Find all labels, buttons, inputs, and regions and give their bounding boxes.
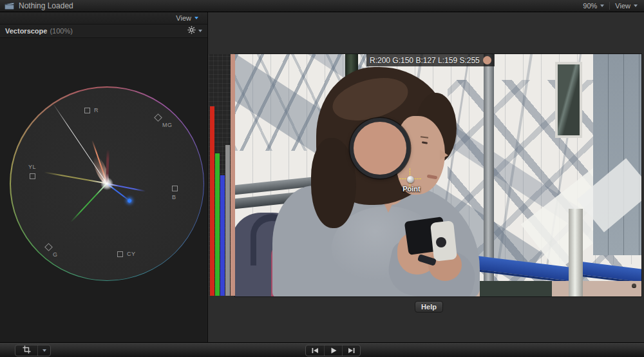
zoom-value: 90% [583, 2, 597, 10]
sample-values: R:200 G:150 B:127 L:159 S:255 [370, 56, 480, 65]
photo-wall-fixture [632, 284, 636, 288]
transport-controls [305, 345, 361, 356]
vectorscope-display [10, 86, 204, 281]
crop-tool-group [15, 345, 51, 356]
view-dropdown[interactable]: View [610, 0, 643, 12]
photo-downpipe [569, 209, 583, 296]
sample-info-bar: R:200 G:150 B:127 L:159 S:255 [366, 54, 495, 66]
previous-frame-icon [311, 346, 319, 356]
chevron-down-icon [194, 17, 198, 19]
scope-view-label: View [176, 14, 191, 22]
title-bar: Nothing Loaded 90% View [0, 0, 644, 12]
scope-view-row: View [0, 12, 207, 24]
next-frame-icon [348, 346, 355, 356]
color-loupe[interactable] [350, 118, 410, 179]
gear-icon [187, 25, 196, 37]
photo-window [555, 62, 582, 138]
clapperboard-icon [5, 2, 14, 10]
play-icon [330, 346, 337, 356]
view-label: View [615, 2, 630, 10]
scope-zoom-level: (100%) [50, 27, 72, 35]
scope-title: Vectorscope [5, 27, 47, 35]
scope-settings-button[interactable] [187, 25, 202, 37]
crosshair-arm [399, 179, 406, 179]
crosshair-arm [414, 179, 421, 179]
zoom-dropdown[interactable]: 90% [578, 0, 609, 12]
crop-tool-dropdown[interactable] [37, 345, 50, 356]
scope-view-dropdown[interactable]: View [171, 12, 204, 24]
scope-header: Vectorscope (100%) [0, 24, 207, 38]
bottom-toolbar [0, 342, 644, 357]
chevron-down-icon [634, 5, 638, 7]
next-frame-button[interactable] [342, 345, 360, 356]
crop-icon [23, 345, 31, 356]
app-window: Nothing Loaded 90% View View Vectorscope… [0, 0, 644, 357]
photo-nose [440, 150, 448, 160]
play-button[interactable] [324, 345, 342, 356]
sample-color-swatch [483, 56, 491, 64]
levels-grid [209, 54, 231, 296]
chevron-down-icon [198, 30, 202, 32]
point-handle[interactable] [407, 176, 414, 183]
video-frame[interactable] [235, 54, 641, 296]
help-button[interactable]: Help [415, 301, 443, 313]
previous-frame-button[interactable] [306, 345, 324, 356]
window-title: Nothing Loaded [19, 1, 73, 10]
vectorscope-background [11, 88, 204, 280]
crosshair-arm [410, 168, 410, 175]
chevron-down-icon [43, 349, 46, 352]
crop-tool-button[interactable] [15, 345, 37, 356]
point-label: Point [397, 185, 426, 193]
photo-lower-window [480, 281, 552, 296]
chevron-down-icon [600, 5, 604, 7]
photo-camera-lens [436, 237, 446, 247]
